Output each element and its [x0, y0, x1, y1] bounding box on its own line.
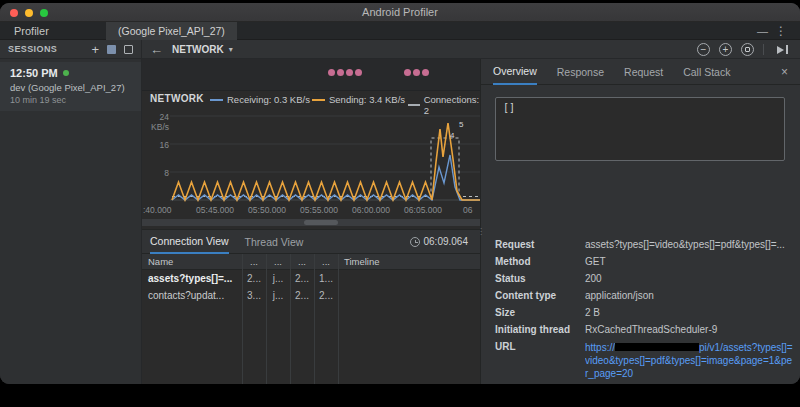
legend-receiving-label: Receiving: 0.3 KB/s — [227, 94, 310, 105]
field-size: Size 2 B — [495, 307, 793, 319]
network-chart-svg[interactable] — [142, 107, 480, 203]
zoom-controls: − + — [697, 40, 754, 58]
details-tabbar: Overview Response Request Call Stack × — [481, 59, 800, 85]
field-value: GET — [585, 256, 793, 268]
redacted-host — [615, 343, 699, 351]
import-session-icon[interactable] — [124, 45, 133, 54]
field-value: RxCachedThreadScheduler-9 — [585, 324, 793, 336]
network-event-dot[interactable] — [328, 69, 335, 76]
panel-splitter-grip[interactable]: ⋮ — [477, 227, 485, 236]
network-event-dot[interactable] — [413, 69, 420, 76]
reset-zoom-button[interactable] — [741, 43, 754, 56]
sending-line-swatch — [312, 99, 325, 101]
column-header-size[interactable]: ... — [242, 254, 266, 270]
field-value: application/json — [585, 290, 793, 302]
session-duration: 10 min 19 sec — [10, 95, 133, 105]
selection-timestamp: 06:09.064 — [424, 236, 469, 247]
field-label: Request — [495, 239, 585, 251]
field-label: Status — [495, 273, 585, 285]
legend-sending: Sending: 3.4 KB/s — [312, 94, 405, 105]
chevron-down-icon: ▾ — [229, 45, 233, 54]
tab-connection-view[interactable]: Connection View — [150, 230, 229, 254]
window-titlebar: Android Profiler — [0, 3, 800, 22]
timeline-scrollbar-handle[interactable] — [304, 220, 338, 225]
play-triangle-icon — [777, 46, 784, 54]
timeline-scrollbar[interactable] — [142, 219, 480, 226]
legend-receiving: Receiving: 0.3 KB/s — [210, 94, 310, 105]
sessions-header-label: SESSIONS — [8, 44, 57, 54]
receiving-line-swatch — [210, 99, 223, 101]
timeline-cell — [338, 287, 480, 304]
options-kebab-icon[interactable]: ⋮ — [775, 22, 787, 40]
field-method: Method GET — [495, 256, 793, 268]
network-events-strip — [142, 59, 480, 91]
chart-header: NETWORK Receiving: 0.3 KB/s Sending: 3.4… — [142, 93, 480, 107]
tab-overview[interactable]: Overview — [493, 59, 537, 85]
zoom-out-button[interactable]: − — [697, 43, 710, 56]
column-divider[interactable] — [290, 254, 291, 384]
stage-selector-label: NETWORK — [172, 44, 224, 55]
field-value: 200 — [585, 273, 793, 285]
tab-call-stack[interactable]: Call Stack — [683, 59, 730, 85]
field-label: URL — [495, 341, 585, 380]
tab-request[interactable]: Request — [624, 59, 663, 85]
column-header-timeline[interactable]: Timeline — [338, 254, 480, 270]
x-axis-tick: 06 — [463, 205, 472, 215]
session-list-item[interactable]: 12:50 PM dev (Google Pixel_API_27) 10 mi… — [0, 62, 141, 111]
back-arrow-icon[interactable]: ← — [150, 40, 163, 58]
hide-tool-window-icon[interactable]: — — [757, 22, 768, 40]
go-to-live-button[interactable] — [777, 45, 788, 54]
time-cell: 1... — [314, 270, 338, 287]
field-status: Status 200 — [495, 273, 793, 285]
tab-response[interactable]: Response — [557, 59, 604, 85]
type-cell: j... — [266, 270, 290, 287]
session-device-tab[interactable]: (Google Pixel_API_27) — [106, 22, 237, 40]
request-name-cell: assets?types[]=... — [142, 270, 242, 287]
x-axis-tick: 05:50.000 — [248, 205, 286, 215]
live-bar-icon — [786, 45, 788, 54]
reset-zoom-glyph — [745, 47, 750, 52]
profiler-toolbar: SESSIONS + ← NETWORK ▾ − + — [0, 40, 800, 59]
column-divider[interactable] — [266, 254, 267, 384]
sending-series-path — [172, 123, 480, 200]
size-cell: 2... — [242, 270, 266, 287]
connections-table-header: Name ... ... ... ... Timeline — [142, 254, 480, 270]
y-axis-tick: 8 — [142, 168, 169, 178]
column-divider[interactable] — [338, 254, 339, 384]
table-row[interactable]: contacts?updat... 3... j... 2... 2... — [142, 287, 480, 304]
url-prefix: https:// — [585, 342, 615, 353]
table-row[interactable]: assets?types[]=... 2... j... 2... 1... — [142, 270, 480, 287]
chart-title: NETWORK — [150, 93, 204, 104]
network-event-dot[interactable] — [346, 69, 353, 76]
stage-selector-dropdown[interactable]: NETWORK ▾ — [172, 40, 233, 58]
column-header-type[interactable]: ... — [266, 254, 290, 270]
field-value: assets?types[]=video&types[]=pdf&types[]… — [585, 239, 793, 251]
close-details-icon[interactable]: × — [781, 59, 788, 85]
network-event-dot[interactable] — [337, 69, 344, 76]
y-axis-tick: 24 KB/s — [142, 112, 169, 132]
zoom-in-button[interactable]: + — [719, 43, 732, 56]
profiler-tool-label[interactable]: Profiler — [14, 22, 49, 40]
column-divider[interactable] — [314, 254, 315, 384]
network-event-dot[interactable] — [355, 69, 362, 76]
column-header-time[interactable]: ... — [314, 254, 338, 270]
network-event-dot[interactable] — [404, 69, 411, 76]
field-content-type: Content type application/json — [495, 290, 793, 302]
x-axis-tick: 06:05.000 — [404, 205, 442, 215]
network-event-dot[interactable] — [422, 69, 429, 76]
stop-session-icon[interactable] — [107, 45, 116, 54]
add-session-icon[interactable]: + — [91, 43, 99, 56]
sessions-header: SESSIONS + — [0, 40, 142, 58]
tab-thread-view[interactable]: Thread View — [245, 230, 304, 254]
time-cell: 2... — [314, 287, 338, 304]
response-payload-preview: [] — [495, 97, 785, 161]
request-url-link[interactable]: https://pi/v1/assets?types[]=video&types… — [585, 341, 793, 380]
network-chart-area: NETWORK Receiving: 0.3 KB/s Sending: 3.4… — [142, 59, 480, 229]
android-profiler-window: Android Profiler Profiler (Google Pixel_… — [0, 3, 800, 384]
field-label: Initiating thread — [495, 324, 585, 336]
column-divider[interactable] — [242, 254, 243, 384]
type-cell: j... — [266, 287, 290, 304]
field-request: Request assets?types[]=video&types[]=pdf… — [495, 239, 793, 251]
column-header-name[interactable]: Name — [142, 254, 242, 270]
column-header-status[interactable]: ... — [290, 254, 314, 270]
